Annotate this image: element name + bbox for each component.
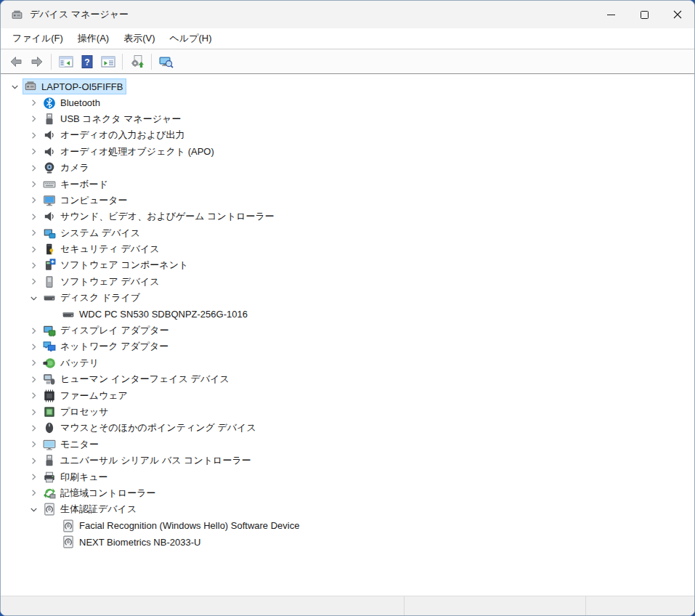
- tree-node[interactable]: システム デバイス: [41, 225, 144, 241]
- tree-item[interactable]: セキュリティ デバイス: [1, 241, 694, 257]
- tree-node[interactable]: セキュリティ デバイス: [41, 241, 163, 257]
- chevron-right-icon[interactable]: [27, 405, 40, 418]
- chevron-right-icon[interactable]: [27, 275, 40, 288]
- chevron-right-icon[interactable]: [27, 97, 40, 110]
- tree-node[interactable]: カメラ: [41, 160, 93, 176]
- tree-node[interactable]: ユニバーサル シリアル バス コントローラー: [41, 453, 255, 469]
- tree-item[interactable]: ファームウェア: [1, 387, 694, 403]
- tree-node[interactable]: NEXT Biometrics NB-2033-U: [60, 534, 204, 550]
- tree-item[interactable]: ヒューマン インターフェイス デバイス: [1, 371, 694, 387]
- tree-node[interactable]: WDC PC SN530 SDBQNPZ-256G-1016: [60, 307, 251, 323]
- tree-node[interactable]: サウンド、ビデオ、およびゲーム コントローラー: [41, 208, 278, 224]
- maximize-button[interactable]: [627, 1, 661, 28]
- forward-button[interactable]: [27, 52, 46, 71]
- firmware-icon: [43, 389, 56, 402]
- selected-tree-node[interactable]: LAPTOP-OI5FIFFB: [23, 78, 126, 94]
- tree-node[interactable]: キーボード: [41, 177, 112, 192]
- chevron-right-icon[interactable]: [27, 389, 40, 402]
- tree-node[interactable]: マウスとそのほかのポインティング デバイス: [41, 420, 260, 436]
- tree-node[interactable]: オーディオの入力および出力: [41, 127, 188, 143]
- tree-node[interactable]: ネットワーク アダプター: [41, 339, 172, 354]
- tree-item[interactable]: 印刷キュー: [1, 469, 694, 485]
- tree-node[interactable]: Facial Recognition (Windows Hello) Softw…: [60, 518, 303, 534]
- chevron-right-icon[interactable]: [27, 178, 40, 191]
- menu-action[interactable]: 操作(A): [70, 29, 116, 48]
- tree-item[interactable]: システム デバイス: [1, 225, 694, 241]
- tree-node[interactable]: USB コネクタ マネージャー: [41, 111, 184, 127]
- tree-item[interactable]: オーディオ処理オブジェクト (APO): [1, 144, 694, 160]
- tree-node[interactable]: Bluetooth: [41, 95, 104, 111]
- chevron-down-icon[interactable]: [27, 503, 40, 516]
- tree-node[interactable]: バッテリ: [41, 355, 102, 371]
- chevron-right-icon[interactable]: [27, 373, 40, 386]
- tree-item[interactable]: Bluetooth: [1, 94, 694, 110]
- tree-node[interactable]: プロセッサ: [41, 404, 113, 420]
- tree-node[interactable]: ディスプレイ アダプター: [41, 323, 173, 339]
- tree-node[interactable]: モニター: [41, 437, 102, 453]
- tree-item[interactable]: USB コネクタ マネージャー: [1, 111, 694, 127]
- chevron-right-icon[interactable]: [27, 129, 40, 142]
- help-button[interactable]: ?: [77, 52, 97, 71]
- tree-item[interactable]: コンピューター: [1, 192, 694, 208]
- tree-node[interactable]: オーディオ処理オブジェクト (APO): [41, 144, 218, 160]
- chevron-right-icon[interactable]: [27, 227, 40, 240]
- tree-node[interactable]: ディスク ドライブ: [41, 290, 144, 306]
- chevron-right-icon[interactable]: [27, 438, 40, 451]
- chevron-right-icon[interactable]: [27, 194, 40, 207]
- biometric-icon: [62, 519, 75, 532]
- tree-node[interactable]: 印刷キュー: [41, 469, 112, 485]
- tree-item[interactable]: ディスプレイ アダプター: [1, 323, 694, 339]
- back-button[interactable]: [6, 52, 25, 71]
- tree-item[interactable]: オーディオの入力および出力: [1, 127, 694, 143]
- tree-item[interactable]: プロセッサ: [1, 404, 694, 420]
- menu-help[interactable]: ヘルプ(H): [163, 29, 219, 48]
- tree-item[interactable]: モニター: [1, 437, 694, 453]
- scan-for-hardware-changes-button[interactable]: [127, 52, 147, 71]
- tree-node[interactable]: ヒューマン インターフェイス デバイス: [41, 371, 233, 387]
- close-button[interactable]: [661, 1, 694, 28]
- chevron-right-icon[interactable]: [27, 210, 40, 223]
- tree-item[interactable]: キーボード: [1, 176, 694, 192]
- tree-item[interactable]: ソフトウェア デバイス: [1, 274, 694, 290]
- chevron-down-icon[interactable]: [8, 80, 21, 93]
- chevron-right-icon[interactable]: [27, 454, 40, 467]
- tree-item[interactable]: ディスク ドライブ: [1, 290, 694, 306]
- chevron-right-icon[interactable]: [27, 340, 40, 353]
- minimize-button[interactable]: [594, 1, 627, 28]
- chevron-right-icon[interactable]: [27, 471, 40, 484]
- chevron-down-icon[interactable]: [27, 291, 40, 304]
- properties-button[interactable]: [98, 52, 118, 71]
- chevron-right-icon[interactable]: [27, 145, 40, 158]
- tree-node[interactable]: ファームウェア: [41, 388, 131, 404]
- tree-item[interactable]: ユニバーサル シリアル バス コントローラー: [1, 453, 694, 469]
- chevron-right-icon[interactable]: [27, 357, 40, 370]
- chevron-right-icon[interactable]: [27, 243, 40, 256]
- tree-item[interactable]: LAPTOP-OI5FIFFB: [1, 78, 694, 94]
- tree-item[interactable]: 記憶域コントローラー: [1, 485, 694, 501]
- tree-node[interactable]: ソフトウェア デバイス: [41, 274, 163, 290]
- tree-item[interactable]: サウンド、ビデオ、およびゲーム コントローラー: [1, 208, 694, 224]
- menu-view[interactable]: 表示(V): [116, 29, 162, 48]
- tree-node[interactable]: コンピューター: [41, 192, 131, 208]
- tree-node[interactable]: 生体認証デバイス: [41, 501, 140, 517]
- menu-file[interactable]: ファイル(F): [5, 29, 70, 48]
- tree-item[interactable]: NEXT Biometrics NB-2033-U: [1, 534, 694, 550]
- chevron-right-icon[interactable]: [27, 487, 40, 500]
- chevron-right-icon[interactable]: [27, 259, 40, 272]
- tree-item[interactable]: ソフトウェア コンポーネント: [1, 257, 694, 273]
- show-hide-console-tree-button[interactable]: [56, 52, 76, 71]
- chevron-right-icon[interactable]: [27, 113, 40, 126]
- tree-item[interactable]: マウスとそのほかのポインティング デバイス: [1, 420, 694, 436]
- chevron-right-icon[interactable]: [27, 421, 40, 434]
- tree-item[interactable]: ネットワーク アダプター: [1, 339, 694, 354]
- tree-item[interactable]: カメラ: [1, 160, 694, 176]
- tree-item[interactable]: Facial Recognition (Windows Hello) Softw…: [1, 518, 694, 534]
- tree-node[interactable]: 記憶域コントローラー: [41, 485, 160, 501]
- tree-item[interactable]: WDC PC SN530 SDBQNPZ-256G-1016: [1, 306, 694, 322]
- tree-item[interactable]: 生体認証デバイス: [1, 501, 694, 517]
- search-devices-button[interactable]: [156, 52, 176, 71]
- tree-node[interactable]: ソフトウェア コンポーネント: [41, 257, 192, 273]
- tree-item[interactable]: バッテリ: [1, 355, 694, 371]
- chevron-right-icon[interactable]: [27, 324, 40, 337]
- chevron-right-icon[interactable]: [27, 161, 40, 174]
